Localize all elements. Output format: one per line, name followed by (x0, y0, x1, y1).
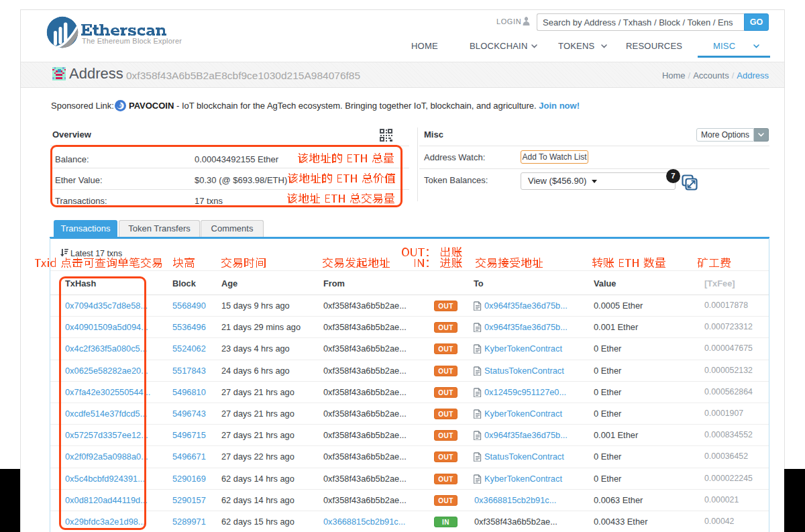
block-link[interactable]: 5524062 (172, 338, 206, 360)
to-address[interactable]: KyberTokenContract (484, 403, 562, 425)
nav-item-tokens[interactable]: TOKENS (558, 41, 594, 51)
column-header-value[interactable]: Value (594, 278, 616, 288)
block-link[interactable]: 5517843 (172, 360, 206, 382)
annotation-value (592, 256, 666, 270)
column-header-block[interactable]: Block (172, 278, 196, 288)
search-go-button[interactable]: GO (744, 13, 769, 31)
block-link[interactable]: 5496671 (172, 446, 206, 468)
value-text: 0 Ether (594, 360, 621, 382)
overview-title: Overview (52, 129, 91, 140)
annotation-direction-in (413, 256, 462, 270)
to-address[interactable]: 0x3668815cb2b91c... (474, 490, 556, 511)
annotation-balance (297, 151, 394, 166)
sponsored-brand[interactable]: PAVOCOIN (129, 101, 174, 111)
to-address[interactable]: 0x964f35fae36d75b... (484, 425, 568, 446)
contract-icon (474, 388, 482, 397)
background-corner-right (784, 469, 805, 532)
age-text: 27 days 21 hrs ago (221, 382, 294, 403)
value-text: 0.001 Ether (594, 317, 638, 338)
tab-comments[interactable]: Comments (201, 220, 264, 237)
more-options-label: More Options (696, 128, 754, 142)
block-link[interactable]: 5496715 (172, 425, 206, 446)
from-address: 0xf358f43a6b5b2ae... (323, 403, 407, 425)
nav-item-resources[interactable]: RESOURCES (626, 41, 682, 51)
direction-badge: IN (434, 517, 458, 527)
more-options-caret[interactable] (754, 128, 769, 142)
from-address[interactable]: 0x3668815cb2b91c... (323, 511, 405, 532)
block-link[interactable]: 5289971 (172, 511, 206, 532)
value-text: 0 Ether (594, 382, 621, 403)
token-count-badge: 7 (666, 169, 680, 183)
nav-caret-tokens-icon (601, 44, 607, 48)
search-input[interactable] (537, 13, 744, 31)
add-to-watch-list-button[interactable]: Add To Watch List (521, 150, 588, 164)
value-text: 0 Ether (594, 468, 621, 490)
nav-item-home[interactable]: HOME (411, 41, 438, 51)
transaction-row: 0x4c2f363f5a080c5... 5524062 23 days 4 h… (50, 338, 769, 360)
qr-code-icon[interactable] (380, 129, 392, 142)
expand-token-balances-icon[interactable] (682, 174, 698, 191)
from-address: 0xf358f43a6b5b2ae... (323, 295, 407, 317)
page-title: Address (69, 65, 123, 83)
annotation-ether-value (287, 171, 396, 186)
token-balances-dropdown[interactable]: View ($456.90) (521, 172, 676, 190)
age-text: 23 days 4 hrs ago (221, 338, 290, 360)
age-text: 62 days 14 hrs ago (221, 468, 294, 490)
to-address[interactable]: 0x964f35fae36d75b... (484, 295, 568, 317)
more-options-button[interactable]: More Options (696, 128, 769, 142)
token-balances-label: Token Balances: (424, 175, 488, 185)
contract-icon (474, 431, 482, 440)
to-address[interactable]: KyberTokenContract (484, 468, 562, 490)
to-address[interactable]: 0x964f35fae36d75b... (484, 317, 568, 338)
from-address: 0xf358f43a6b5b2ae... (323, 382, 407, 403)
sponsored-join-link[interactable]: Join now! (539, 101, 580, 111)
annotation-fee (697, 256, 731, 270)
tab-transactions[interactable]: Transactions (54, 220, 117, 237)
block-link[interactable]: 5496810 (172, 382, 206, 403)
contract-icon (474, 323, 482, 332)
tab-token-transfers[interactable]: Token Transfers (119, 220, 200, 237)
contract-icon (474, 344, 482, 354)
column-header-from[interactable]: From (323, 278, 345, 288)
direction-badge: OUT (434, 409, 458, 419)
txfee-text: 0.0001907 (704, 403, 743, 425)
column-header-to[interactable]: To (474, 278, 484, 288)
from-address: 0xf358f43a6b5b2ae... (323, 338, 407, 360)
address-watch-label: Address Watch: (424, 152, 485, 162)
block-link[interactable]: 5290157 (172, 490, 206, 511)
txfee-text: 0.00036452 (704, 446, 748, 468)
breadcrumb-accounts[interactable]: Accounts (693, 70, 729, 81)
to-address: 0xf358f43a6b5b2ae... (474, 511, 557, 532)
transaction-row: 0x57257d3357ee12... 5496715 27 days 21 h… (50, 425, 769, 446)
value-text: 0.001 Ether (594, 425, 638, 446)
to-address[interactable]: StatusTokenContract (484, 360, 564, 382)
column-header-txfee[interactable]: [TxFee] (704, 278, 735, 288)
annotation-from (322, 256, 390, 270)
block-link[interactable]: 5568490 (172, 295, 206, 317)
nav-item-misc[interactable]: MISC (713, 41, 735, 51)
age-text: 15 days 9 hrs ago (221, 295, 290, 317)
age-text: 24 days 6 hrs ago (221, 360, 290, 382)
breadcrumb-home[interactable]: Home (662, 70, 686, 81)
to-address[interactable]: 0x12459c951127e0... (484, 382, 566, 403)
block-link[interactable]: 5290169 (172, 468, 206, 490)
direction-badge: OUT (434, 343, 458, 354)
direction-badge: OUT (434, 322, 458, 333)
breadcrumb-address[interactable]: Address (737, 70, 769, 81)
login-link[interactable]: LOGIN (496, 17, 521, 25)
contract-icon (474, 452, 482, 462)
to-address[interactable]: StatusTokenContract (484, 446, 564, 468)
column-header-age[interactable]: Age (221, 278, 237, 288)
block-link[interactable]: 5496743 (172, 403, 206, 425)
direction-badge: OUT (434, 451, 458, 462)
transaction-row: 0x7094d35c7d8e58... 5568490 15 days 9 hr… (50, 295, 769, 317)
to-address[interactable]: KyberTokenContract (484, 338, 562, 360)
block-link[interactable]: 5536496 (172, 317, 206, 338)
nav-item-blockchain[interactable]: BLOCKCHAIN (470, 41, 528, 51)
brand-tagline: The Ethereum Block Explorer (82, 37, 182, 45)
txfee-text: 0.000047675 (704, 338, 753, 360)
misc-header-divider (419, 146, 769, 146)
panels-vertical-divider (417, 127, 418, 201)
value-text: 0 Ether (594, 446, 621, 468)
transaction-row: 0x2f0f92a5a0988a0... 5496671 27 days 22 … (50, 446, 769, 468)
